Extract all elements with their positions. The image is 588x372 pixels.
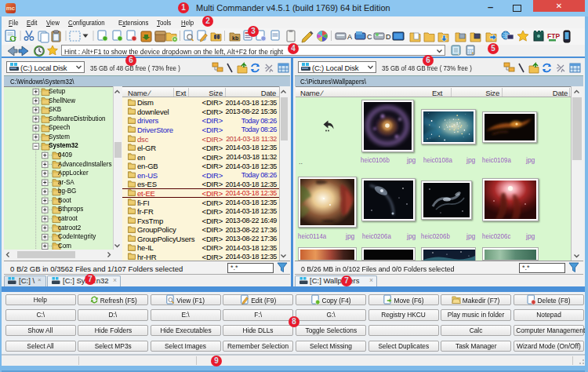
svg-text:FTP: FTP xyxy=(547,32,560,40)
svg-text:D: D xyxy=(386,33,391,41)
svg-text:kb: kb xyxy=(232,35,238,41)
svg-text:A: A xyxy=(347,33,352,41)
svg-text:C: C xyxy=(367,33,372,41)
